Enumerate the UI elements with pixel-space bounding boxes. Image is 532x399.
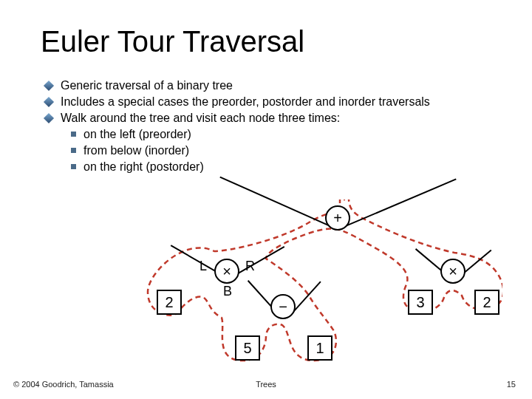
list-item: on the left (preorder) [71, 127, 502, 142]
tree-node-root: + [325, 205, 350, 231]
square-bullet-icon [71, 164, 76, 169]
list-item: Generic traversal of a binary tree [44, 78, 502, 93]
bullet-text: Generic traversal of a binary tree [61, 78, 233, 93]
tree-node-internal: × [440, 259, 466, 284]
slide-title: Euler Tour Traversal [41, 25, 304, 58]
tree-node-leaf: 5 [235, 335, 260, 361]
node-label: 1 [316, 340, 324, 357]
tree-diagram: + × × 2 − 5 1 3 2 L R B [118, 200, 502, 369]
diamond-bullet-icon [44, 81, 53, 90]
slide: Euler Tour Traversal Generic traversal o… [0, 0, 532, 399]
node-label: + [333, 210, 342, 227]
bullet-text: on the left (preorder) [83, 127, 191, 142]
diamond-bullet-icon [44, 98, 53, 106]
bullet-text: from below (inorder) [83, 143, 189, 158]
node-label: 5 [243, 340, 251, 357]
square-bullet-icon [71, 132, 76, 137]
list-item: from below (inorder) [71, 143, 502, 158]
list-item: on the right (postorder) [71, 160, 502, 174]
svg-marker-0 [340, 200, 349, 201]
footer-page-number: 15 [507, 380, 516, 389]
list-item: Walk around the tree and visit each node… [44, 111, 502, 126]
square-bullet-icon [71, 148, 76, 153]
tree-node-leaf: 3 [408, 290, 433, 315]
bullet-list: Generic traversal of a binary tree Inclu… [44, 78, 502, 176]
bullet-text: Includes a special cases the preorder, p… [61, 95, 430, 109]
diamond-bullet-icon [44, 114, 53, 123]
node-label: 2 [165, 294, 173, 311]
bullet-text: Walk around the tree and visit each node… [61, 111, 340, 126]
node-label: × [449, 263, 457, 280]
node-label: × [222, 263, 231, 280]
tree-node-leaf: 2 [157, 290, 182, 315]
node-label: 2 [482, 294, 491, 311]
bullet-text: on the right (postorder) [83, 160, 204, 174]
footer-title: Trees [0, 380, 532, 389]
node-label: − [279, 299, 287, 316]
list-item: Includes a special cases the preorder, p… [44, 95, 502, 109]
tree-node-leaf: 1 [307, 335, 332, 361]
visit-label-right: R [245, 259, 255, 274]
node-label: 3 [416, 294, 424, 311]
tree-node-leaf: 2 [474, 290, 499, 315]
visit-label-left: L [200, 259, 207, 274]
tree-node-internal: − [270, 294, 296, 319]
tree-node-internal: × [214, 259, 239, 284]
visit-label-below: B [223, 284, 232, 299]
